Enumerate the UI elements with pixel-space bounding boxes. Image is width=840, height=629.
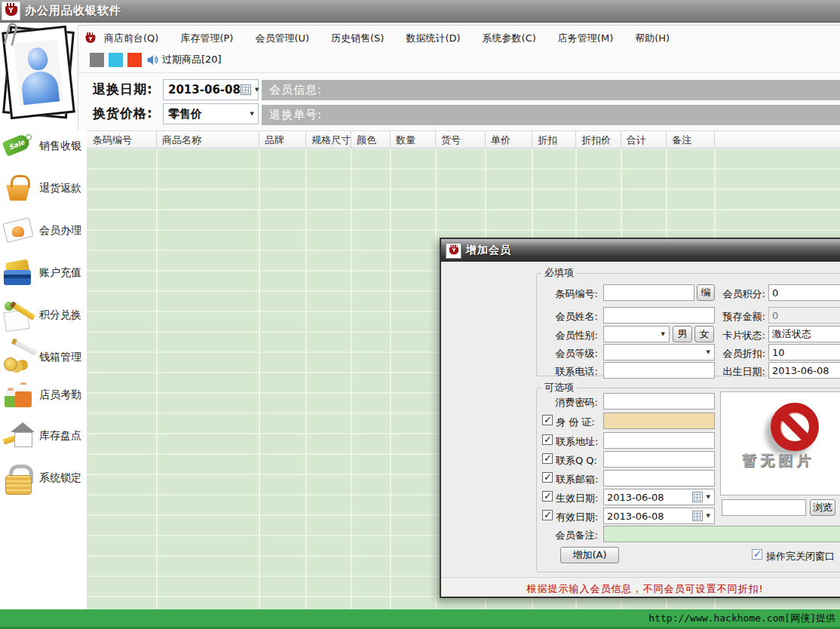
- end-date-picker[interactable]: 2013-06-08 ▼: [603, 508, 715, 524]
- dialog-hint-bar: 根据提示输入会员信息，不同会员可设置不同折扣!: [441, 577, 840, 598]
- col-spec[interactable]: 规格尺寸: [305, 131, 351, 148]
- inventory-house-icon: [2, 419, 35, 453]
- password-label: 消费密码:: [539, 396, 598, 410]
- member-discount-label: 会员折扣:: [717, 347, 765, 361]
- menu-members[interactable]: 会员管理(U): [255, 32, 309, 45]
- cyan-square-swatch[interactable]: [109, 53, 123, 67]
- menu-store-admin[interactable]: 店务管理(M): [558, 32, 613, 45]
- phone-input[interactable]: [603, 362, 715, 379]
- dialog-body: 必填项 条码编号: 编 会员积分: 会员姓名: 预存金额: 会员性别: ▼ 男 …: [441, 262, 840, 598]
- menu-parameters[interactable]: 系统参数(C): [483, 32, 536, 45]
- browse-button[interactable]: 浏览: [810, 499, 835, 516]
- points-input[interactable]: [768, 284, 840, 301]
- menu-history[interactable]: 历史销售(S): [331, 32, 384, 45]
- calendar-icon: [241, 84, 251, 95]
- return-date-picker[interactable]: 2013-06-08 ▼: [163, 79, 259, 100]
- address-label: 联系地址:: [556, 435, 598, 449]
- sale-tag-icon: [2, 130, 35, 163]
- col-total[interactable]: 合计: [621, 131, 666, 148]
- toolbar: 过期商品[20]: [78, 50, 840, 69]
- sidebar-item-label: 销售收银: [39, 140, 81, 153]
- exchange-price-label: 换货价格:: [93, 105, 153, 122]
- member-photo-box: 暂无图片: [720, 391, 840, 496]
- photo-path-input[interactable]: [722, 499, 806, 516]
- col-brand[interactable]: 品牌: [259, 131, 305, 148]
- qq-checkbox[interactable]: [542, 453, 553, 464]
- basket-icon: [2, 172, 35, 205]
- sidebar-item-refund[interactable]: 退货返款: [2, 170, 86, 207]
- menu-bar: Y 商店前台(Q) 库存管理(P) 会员管理(U) 历史销售(S) 数据统计(D…: [78, 29, 840, 48]
- male-button[interactable]: 男: [673, 326, 692, 342]
- menu-help[interactable]: 帮助(H): [635, 32, 670, 45]
- id-input[interactable]: [603, 413, 715, 429]
- add-member-button[interactable]: 增加(A): [560, 547, 619, 563]
- dialog-title-bar[interactable]: Y 增加会员: [441, 239, 840, 262]
- member-name-input[interactable]: [603, 307, 715, 324]
- col-color[interactable]: 颜色: [351, 131, 390, 148]
- chevron-down-icon: ▼: [661, 331, 665, 337]
- email-checkbox[interactable]: [542, 472, 553, 483]
- chevron-down-icon: ▼: [255, 87, 259, 93]
- sidebar-item-member[interactable]: 会员办理: [2, 213, 86, 249]
- member-note-label: 会员备注:: [539, 529, 598, 542]
- member-note-input[interactable]: [603, 526, 840, 542]
- password-input[interactable]: [603, 393, 715, 410]
- qq-input[interactable]: [603, 451, 715, 468]
- sidebar-item-cashbox[interactable]: 钱箱管理: [2, 339, 86, 376]
- expired-goods-badge[interactable]: 过期商品[20]: [162, 53, 222, 66]
- exchange-price-select[interactable]: 零售价 ▼: [163, 103, 259, 124]
- sidebar: 销售收银 退货返款 会员办理 账户充值 积分兑换 钱箱管理 店员考勤 库存盘点: [0, 23, 87, 609]
- member-info-label: 会员信息:: [269, 83, 322, 97]
- return-no-bar: 退换单号:: [262, 105, 840, 125]
- menu-store-front[interactable]: 商店前台(Q): [104, 32, 158, 45]
- end-date-label: 有效日期:: [556, 511, 598, 524]
- start-date-picker[interactable]: 2013-06-08 ▼: [603, 489, 715, 505]
- gray-square-swatch[interactable]: [90, 53, 104, 67]
- birth-date-input[interactable]: [768, 362, 840, 379]
- address-checkbox[interactable]: [542, 434, 553, 445]
- exchange-price-value: 零售价: [168, 107, 247, 121]
- close-after-checkbox[interactable]: [752, 549, 762, 560]
- sidebar-item-attendance[interactable]: 店员考勤: [2, 377, 86, 413]
- sidebar-item-inventory[interactable]: 库存盘点: [2, 418, 86, 454]
- sidebar-item-points[interactable]: 积分兑换: [2, 297, 86, 333]
- email-input[interactable]: [603, 470, 715, 486]
- menu-statistics[interactable]: 数据统计(D): [406, 32, 460, 45]
- address-input[interactable]: [603, 432, 715, 449]
- calendar-icon: [692, 511, 703, 521]
- sidebar-item-sales[interactable]: 销售收银: [2, 128, 86, 164]
- gender-select[interactable]: ▼: [603, 326, 670, 342]
- col-discount[interactable]: 折扣: [532, 131, 575, 148]
- start-date-value: 2013-06-08: [607, 492, 692, 503]
- dialog-title: 增加会员: [466, 244, 511, 257]
- col-unit-price[interactable]: 单价: [485, 131, 532, 148]
- female-button[interactable]: 女: [694, 326, 714, 342]
- menu-inventory[interactable]: 库存管理(P): [180, 32, 233, 45]
- deposit-label: 预存金额:: [717, 310, 765, 324]
- sidebar-item-label: 钱箱管理: [39, 351, 81, 364]
- card-status-input[interactable]: [768, 326, 840, 342]
- member-level-select[interactable]: ▼: [603, 344, 715, 361]
- required-group-legend: 必填项: [541, 266, 577, 280]
- col-item-no[interactable]: 货号: [435, 131, 485, 148]
- app-window: Y 办公用品收银软件 销售收银 退货返款 会员办理 账户充值 积分兑换: [0, 0, 840, 629]
- sidebar-item-label: 系统锁定: [39, 471, 81, 485]
- barcode-input[interactable]: [603, 284, 694, 301]
- edit-barcode-button[interactable]: 编: [697, 284, 715, 301]
- status-bar: http://www.hackhome.com[网侠]提供: [0, 609, 840, 629]
- sidebar-item-label: 退货返款: [39, 182, 81, 195]
- col-barcode[interactable]: 条码编号: [87, 131, 156, 148]
- col-product-name[interactable]: 商品名称: [156, 131, 259, 148]
- col-remark[interactable]: 备注: [666, 131, 714, 148]
- col-quantity[interactable]: 数量: [390, 131, 435, 148]
- end-date-checkbox[interactable]: [542, 510, 553, 520]
- col-discount-price[interactable]: 折扣价: [575, 131, 621, 148]
- member-discount-input[interactable]: [768, 344, 840, 361]
- gender-label: 会员性别:: [539, 329, 598, 342]
- start-date-checkbox[interactable]: [542, 491, 553, 502]
- id-label: 身 份 证:: [556, 416, 595, 429]
- sidebar-item-recharge[interactable]: 账户充值: [2, 255, 86, 291]
- red-square-swatch[interactable]: [127, 53, 142, 67]
- id-checkbox[interactable]: [542, 415, 553, 425]
- sidebar-item-lock[interactable]: 系统锁定: [2, 460, 86, 496]
